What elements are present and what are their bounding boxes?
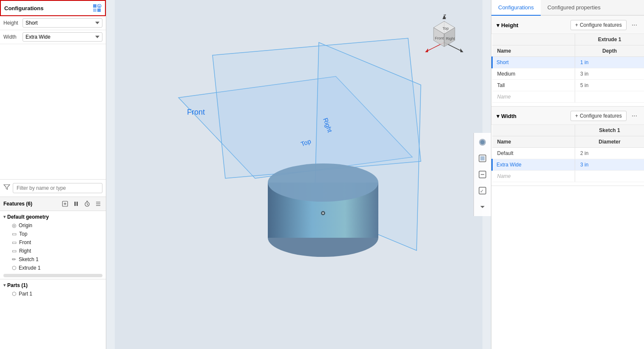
width-config-row: Width Default Extra Wide [0,30,106,44]
svg-text:✓: ✓ [480,189,484,194]
svg-point-44 [480,140,485,144]
width-row-default[interactable]: Default 2 in [492,148,644,159]
right-panel-tabs: Configurations Configured properties [491,0,644,16]
height-row-tall[interactable]: Tall 5 in [492,80,644,91]
svg-rect-0 [93,4,96,8]
viewport-tool-3[interactable] [475,167,490,182]
height-new-val [575,91,644,103]
height-section-title: ▾ Height [496,22,570,28]
default-geometry-header[interactable]: ▾ Default geometry [0,213,106,221]
height-new-name: Name [492,91,575,103]
height-more-btn[interactable]: ··· [630,20,639,30]
parts-header[interactable]: ▾ Parts (1) [0,281,106,290]
viewport[interactable]: Front Top Right Z [106,0,491,349]
width-row-new[interactable]: Name [492,171,644,182]
features-toolbar [61,200,102,208]
width-extrawide-diameter: 3 in [575,159,644,171]
height-row-medium[interactable]: Medium 3 in [492,68,644,80]
tree-item-part1[interactable]: ⬡ Part 1 [0,290,106,298]
list-btn[interactable] [94,200,102,208]
svg-text:Front: Front [435,36,444,40]
tab-configurations[interactable]: Configurations [491,0,541,16]
right-toolbar: ✓ [474,133,491,216]
svg-rect-46 [480,156,485,160]
filter-area [0,179,106,197]
width-table: Sketch 1 Name Diameter Default 2 in Extr… [491,125,644,182]
viewport-tool-1[interactable] [475,135,490,150]
tab-configured-properties[interactable]: Configured properties [541,0,607,16]
front-label: Front [19,239,31,245]
width-section: ▾ Width + Configure features ··· Sketch … [491,107,644,186]
height-tall-name: Tall [492,80,575,91]
width-row-extrawide[interactable]: Extra Wide 3 in [492,159,644,171]
right-panel: Configurations Configured properties ▾ H… [491,0,644,349]
parts-label: Parts (1) [7,282,28,288]
tree-item-front[interactable]: ▭ Front [0,238,106,247]
height-feature-col-header: Extrude 1 [575,34,644,45]
pause-btn[interactable] [72,200,80,208]
tree-item-right[interactable]: ▭ Right [0,247,106,255]
left-panel: Configurations 👁 Height Short Medium Tal… [0,0,106,349]
tree-item-extrude1[interactable]: ⬡ Extrude 1 [0,264,106,272]
width-configure-btn[interactable]: + Configure features [570,111,627,121]
tree-item-sketch1[interactable]: ✏ Sketch 1 [0,255,106,264]
orientation-cube[interactable]: Z Top Front Right [423,8,465,59]
width-label: Width [3,34,23,40]
width-name-header: Name [492,136,575,148]
sketch-icon: ✏ [12,256,16,262]
width-feature-col-header: Sketch 1 [575,125,644,136]
add-feature-btn[interactable] [61,200,69,208]
filter-row [3,183,102,193]
svg-text:Top: Top [443,26,449,31]
height-row-new[interactable]: Name [492,91,644,103]
width-new-val [575,171,644,182]
height-name-header: Name [492,45,575,57]
svg-rect-3 [97,8,101,12]
viewport-tool-4[interactable]: ✓ [475,183,490,198]
height-depth-header: Depth [575,45,644,57]
svg-line-13 [87,204,88,205]
svg-marker-41 [425,48,428,52]
width-new-name: Name [492,171,575,182]
svg-rect-2 [93,8,96,12]
height-section-header: ▾ Height + Configure features ··· [491,16,644,34]
right-panel-content: ▾ Height + Configure features ··· Extrud… [491,16,644,349]
height-name-col-header [492,34,575,45]
parts-section: ▾ Parts (1) ⬡ Part 1 [0,279,106,300]
origin-icon: ◎ [12,222,16,228]
configurations-title: Configurations [4,5,43,11]
extrude-icon: ⬡ [12,265,16,271]
tree-item-origin[interactable]: ◎ Origin [0,221,106,230]
height-section: ▾ Height + Configure features ··· Extrud… [491,16,644,107]
height-configure-btn[interactable]: + Configure features [570,20,627,30]
origin-label: Origin [19,222,32,228]
width-name-col-header [492,125,575,136]
filter-icon [3,184,10,192]
height-tall-depth: 5 in [575,80,644,91]
viewport-dropdown-btn[interactable] [475,199,490,214]
features-header: Features (6) [0,197,106,211]
top-plane-icon: ▭ [12,231,17,237]
configurations-header: Configurations 👁 [0,0,106,16]
width-section-header: ▾ Width + Configure features ··· [491,107,644,125]
height-short-depth: 1 in [575,57,644,68]
width-more-btn[interactable]: ··· [630,111,639,121]
tree-item-top[interactable]: ▭ Top [0,230,106,238]
height-short-name: Short [492,57,575,68]
svg-rect-9 [74,202,76,206]
parts-chevron: ▾ [3,283,6,287]
height-select[interactable]: Short Medium Tall [23,18,102,28]
filter-input[interactable] [13,183,102,193]
width-default-diameter: 2 in [575,148,644,159]
height-row-short[interactable]: Short 1 in [492,57,644,68]
svg-marker-42 [460,48,463,52]
svg-point-27 [268,163,378,202]
width-chevron: ▾ [496,113,499,119]
width-select[interactable]: Default Extra Wide [23,32,102,42]
feature-tree: ▾ Default geometry ◎ Origin ▭ Top ▭ Fron… [0,211,106,349]
viewport-tool-2[interactable] [475,151,490,166]
timer-btn[interactable] [83,200,91,208]
height-chevron: ▾ [496,22,499,28]
features-title: Features (6) [3,201,61,207]
width-plus-icon: + [575,113,578,119]
